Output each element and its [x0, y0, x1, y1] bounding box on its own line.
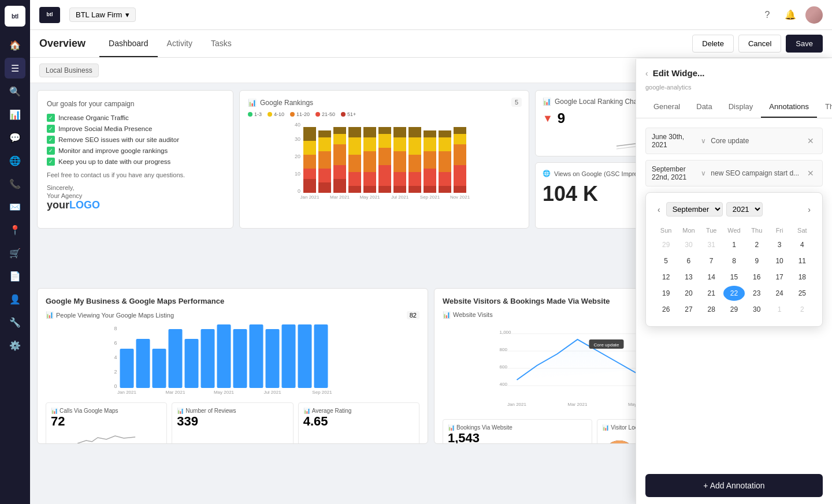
sidebar-item-settings[interactable]: ⚙️: [5, 335, 25, 356]
firm-selector[interactable]: BTL Law Firm ▾: [69, 8, 136, 22]
sidebar-item-user[interactable]: 👤: [5, 289, 25, 309]
cal-day-8[interactable]: 8: [723, 253, 745, 268]
cal-day-18[interactable]: 18: [792, 270, 813, 285]
cal-day-24[interactable]: 24: [768, 286, 790, 301]
cal-day-15[interactable]: 15: [723, 270, 745, 285]
tab-general[interactable]: General: [645, 96, 688, 118]
cal-day-25[interactable]: 25: [792, 286, 813, 301]
cal-day-prev-30[interactable]: 30: [678, 237, 699, 252]
cal-day-21[interactable]: 21: [701, 286, 722, 301]
cal-header-fri: Fri: [768, 225, 790, 236]
tab-annotations[interactable]: Annotations: [761, 96, 817, 118]
firm-name: BTL Law Firm: [76, 10, 122, 19]
sidebar-item-mail[interactable]: ✉️: [5, 196, 25, 217]
tab-display[interactable]: Display: [720, 96, 762, 118]
cal-day-11[interactable]: 11: [792, 253, 813, 268]
svg-text:Mar 2021: Mar 2021: [166, 390, 185, 395]
tab-thresholds[interactable]: Thresholds: [817, 96, 832, 118]
logo-logo: LOGO: [69, 199, 100, 211]
user-avatar[interactable]: [805, 6, 823, 24]
cal-day-prev-29[interactable]: 29: [655, 237, 677, 252]
sidebar-item-globe[interactable]: 🌐: [5, 150, 25, 171]
cal-day-9[interactable]: 9: [746, 253, 767, 268]
sidebar-item-tools[interactable]: 🔧: [5, 312, 25, 333]
sidebar-item-phone[interactable]: 📞: [5, 173, 25, 194]
topbar-logo-group: btl: [39, 7, 60, 23]
cal-day-22[interactable]: 22: [723, 286, 745, 301]
svg-text:1,000: 1,000: [500, 330, 512, 335]
tab-dashboard[interactable]: Dashboard: [99, 31, 158, 57]
cal-day-14[interactable]: 14: [701, 270, 722, 285]
add-annotation-button[interactable]: + Add Annotation: [645, 474, 823, 497]
cal-day-6[interactable]: 6: [678, 253, 699, 268]
cal-next-button[interactable]: ›: [805, 203, 813, 216]
cal-day-26[interactable]: 26: [655, 302, 677, 317]
svg-text:Jan 2021: Jan 2021: [507, 402, 526, 407]
tab-activity[interactable]: Activity: [158, 31, 202, 57]
svg-rect-44: [408, 127, 421, 137]
help-icon[interactable]: ?: [759, 7, 775, 23]
annotation-close-2[interactable]: ✕: [805, 169, 816, 178]
delete-button[interactable]: Delete: [692, 35, 734, 53]
cal-day-next-1[interactable]: 1: [768, 302, 790, 317]
sidebar-item-menu[interactable]: ☰: [5, 58, 25, 79]
cal-day-29[interactable]: 29: [723, 302, 745, 317]
cal-day-5[interactable]: 5: [655, 253, 677, 268]
legend-4-10: 4-10: [268, 111, 284, 117]
svg-text:30: 30: [295, 136, 300, 142]
goals-contact: Feel free to contact us if you have any …: [47, 171, 224, 178]
tab-tasks[interactable]: Tasks: [202, 31, 241, 57]
filter-tag[interactable]: Local Business: [39, 64, 99, 77]
sidebar-item-chat[interactable]: 💬: [5, 127, 25, 148]
cal-day-17[interactable]: 17: [768, 270, 790, 285]
cal-day-30[interactable]: 30: [746, 302, 767, 317]
cal-day-10[interactable]: 10: [768, 253, 790, 268]
save-button[interactable]: Save: [786, 35, 823, 53]
cal-day-2[interactable]: 2: [746, 237, 767, 252]
sidebar: btl 🏠 ☰ 🔍 📊 💬 🌐 📞 ✉️ 📍 🛒 📄 👤 🔧 ⚙️: [0, 0, 30, 504]
bell-icon[interactable]: 🔔: [782, 7, 798, 23]
tab-data[interactable]: Data: [688, 96, 720, 118]
cal-day-4[interactable]: 4: [792, 237, 813, 252]
annotation-date-1: June 30th, 2021: [652, 133, 696, 149]
svg-rect-27: [363, 151, 376, 172]
cancel-button[interactable]: Cancel: [738, 35, 781, 53]
goal-label-2: Improve Social Media Presence: [58, 125, 152, 132]
cal-day-28[interactable]: 28: [701, 302, 722, 317]
cal-day-20[interactable]: 20: [678, 286, 699, 301]
overlay-back-icon[interactable]: ‹: [645, 69, 648, 78]
svg-rect-11: [318, 169, 331, 182]
sidebar-item-cart[interactable]: 🛒: [5, 242, 25, 263]
cal-day-next-2[interactable]: 2: [792, 302, 813, 317]
cal-prev-button[interactable]: ‹: [655, 203, 663, 216]
cal-day-3[interactable]: 3: [768, 237, 790, 252]
goals-panel: Our goals for your campaign ✓ Increase O…: [37, 90, 233, 229]
svg-rect-49: [424, 130, 436, 137]
sidebar-item-home[interactable]: 🏠: [5, 35, 25, 55]
sidebar-item-location[interactable]: 📍: [5, 219, 25, 240]
cal-header-sun: Sun: [655, 225, 677, 236]
cal-day-1[interactable]: 1: [723, 237, 745, 252]
cal-day-12[interactable]: 12: [655, 270, 677, 285]
svg-rect-14: [318, 130, 331, 137]
cal-day-13[interactable]: 13: [678, 270, 699, 285]
cal-day-16[interactable]: 16: [746, 270, 767, 285]
cal-day-23[interactable]: 23: [746, 286, 767, 301]
sidebar-logo: btl: [5, 6, 25, 27]
cal-day-27[interactable]: 27: [678, 302, 699, 317]
sidebar-item-chart[interactable]: 📊: [5, 104, 25, 125]
sidebar-item-search[interactable]: 🔍: [5, 81, 25, 102]
annotation-close-1[interactable]: ✕: [805, 136, 816, 145]
svg-rect-20: [348, 186, 361, 193]
cal-month-select[interactable]: September: [666, 202, 723, 216]
cal-year-select[interactable]: 2021: [726, 202, 763, 216]
svg-text:10: 10: [295, 171, 300, 177]
svg-rect-80: [266, 329, 280, 388]
sidebar-item-page[interactable]: 📄: [5, 266, 25, 286]
svg-text:600: 600: [500, 364, 508, 369]
cal-day-7[interactable]: 7: [701, 253, 722, 268]
cal-day-prev-31[interactable]: 31: [701, 237, 722, 252]
cal-day-19[interactable]: 19: [655, 286, 677, 301]
bookings-mini: 📊 Bookings Via Website 1,543: [443, 419, 592, 444]
goal-item-3: ✓ Remove SEO issues with our site audito…: [47, 136, 224, 144]
